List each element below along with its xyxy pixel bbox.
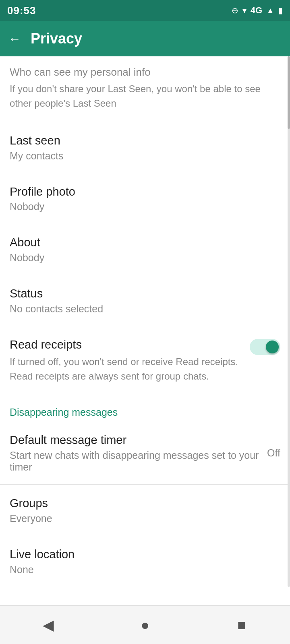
read-receipts-text: Read receipts If turned off, you won't s… <box>10 337 242 384</box>
live-location-item[interactable]: Live location None <box>0 536 290 587</box>
read-receipts-item[interactable]: Read receipts If turned off, you won't s… <box>0 326 290 395</box>
live-location-value: None <box>10 564 280 576</box>
status-icons: ⊖ ▾ 4G ▲ ▮ <box>232 5 283 16</box>
main-content: Who can see my personal info If you don'… <box>0 56 290 587</box>
status-time: 09:53 <box>7 4 36 17</box>
nav-bar: ◀ ● ■ <box>0 605 290 644</box>
groups-value: Everyone <box>10 513 280 524</box>
default-timer-text: Default message timer Start new chats wi… <box>10 433 261 473</box>
last-seen-value: My contacts <box>10 150 280 162</box>
app-bar: ← Privacy <box>0 21 290 56</box>
battery-icon: ▮ <box>278 6 283 15</box>
default-timer-label: Default message timer <box>10 433 261 448</box>
profile-photo-label: Profile photo <box>10 184 280 200</box>
default-timer-value: Off <box>267 447 280 459</box>
page-title: Privacy <box>31 30 82 47</box>
groups-label: Groups <box>10 496 280 511</box>
last-seen-text: Last seen My contacts <box>10 133 280 162</box>
nav-recents-button[interactable]: ■ <box>226 613 258 637</box>
network-label: 4G <box>251 5 262 16</box>
live-location-text: Live location None <box>10 547 280 576</box>
read-receipts-description: If turned off, you won't send or receive… <box>10 355 242 384</box>
read-receipts-title: Read receipts <box>10 337 242 353</box>
last-seen-description: If you don't share your Last Seen, you w… <box>0 80 290 122</box>
minus-circle-icon: ⊖ <box>232 6 238 15</box>
nav-recents-icon: ■ <box>237 617 246 634</box>
profile-photo-item[interactable]: Profile photo Nobody <box>0 173 290 224</box>
toggle-knob <box>266 341 279 353</box>
read-receipts-toggle-container <box>250 339 280 355</box>
nav-back-button[interactable]: ◀ <box>32 613 64 637</box>
disappearing-messages-section-label: Disappearing messages <box>0 395 290 421</box>
groups-item[interactable]: Groups Everyone <box>0 485 290 536</box>
default-timer-item[interactable]: Default message timer Start new chats wi… <box>0 421 290 484</box>
status-value: No contacts selected <box>10 303 280 315</box>
about-value: Nobody <box>10 252 280 264</box>
about-text: About Nobody <box>10 235 280 264</box>
profile-photo-text: Profile photo Nobody <box>10 184 280 213</box>
scrollbar-thumb <box>288 56 290 129</box>
read-receipts-toggle[interactable] <box>250 339 280 355</box>
status-item[interactable]: Status No contacts selected <box>0 275 290 326</box>
about-item[interactable]: About Nobody <box>0 224 290 275</box>
signal-icon: ▲ <box>266 6 274 15</box>
nav-back-icon: ◀ <box>43 617 54 634</box>
groups-text: Groups Everyone <box>10 496 280 524</box>
status-label: Status <box>10 286 280 301</box>
about-label: About <box>10 235 280 250</box>
nav-home-button[interactable]: ● <box>129 613 161 637</box>
personal-info-header: Who can see my personal info <box>0 56 290 80</box>
profile-photo-value: Nobody <box>10 201 280 213</box>
scrollbar[interactable] <box>288 56 290 587</box>
default-timer-description: Start new chats with disappearing messag… <box>10 450 261 473</box>
live-location-label: Live location <box>10 547 280 562</box>
nav-home-icon: ● <box>141 617 149 634</box>
last-seen-label: Last seen <box>10 133 280 149</box>
wifi-icon: ▾ <box>242 6 246 15</box>
last-seen-item[interactable]: Last seen My contacts <box>0 122 290 173</box>
status-bar: 09:53 ⊖ ▾ 4G ▲ ▮ <box>0 0 290 21</box>
back-button[interactable]: ← <box>8 31 21 46</box>
status-text: Status No contacts selected <box>10 286 280 315</box>
